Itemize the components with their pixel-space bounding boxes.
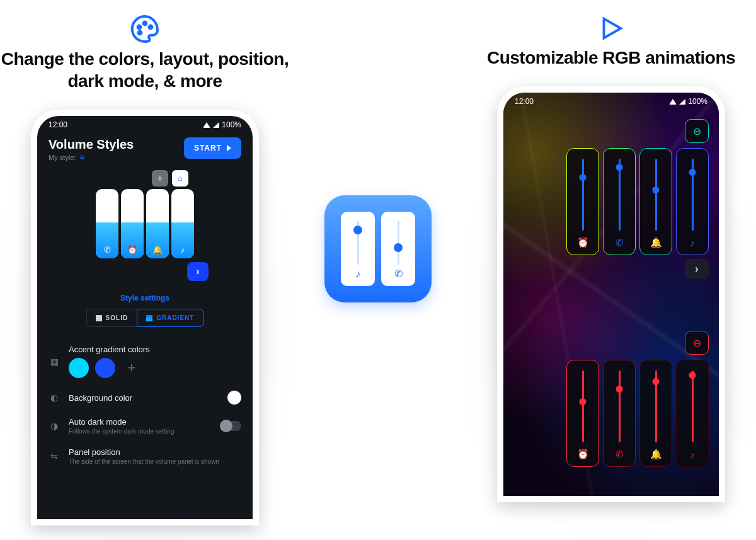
alarm-icon: ⏰ <box>577 237 589 248</box>
add-color-button[interactable]: + <box>122 358 142 378</box>
panel-pos-sub: The side of the screen that the volume p… <box>69 458 241 465</box>
music-icon: ♪ <box>690 238 695 248</box>
phone-mockup-right: 12:00 100% ⊖ ⏰ ✆ 🔔 ♪ <box>497 86 725 502</box>
palette-icon <box>130 14 160 44</box>
auto-dark-sub: Follows the system dark mode setting <box>69 428 211 435</box>
rgb-slider-group-1: ⊖ ⏰ ✆ 🔔 ♪ › <box>566 119 709 279</box>
rgb-slider-call[interactable]: ✆ <box>603 148 636 255</box>
start-button[interactable]: START <box>184 137 241 159</box>
rgb-slider-alarm[interactable]: ⏰ <box>566 148 599 255</box>
phone-mockup-left: 12:00 100% Volume Styles My style: ≋ <box>31 110 259 526</box>
icon-slider-left: ♪ <box>341 212 375 286</box>
palette-small-icon: ▦ <box>49 357 60 367</box>
status-time: 12:00 <box>515 97 534 106</box>
app-title: Volume Styles <box>49 137 134 152</box>
bell-icon: 🔔 <box>650 237 662 248</box>
fill-mode-segmented: SOLID GRADIENT <box>37 309 253 327</box>
svg-point-0 <box>138 26 141 29</box>
swatch-cyan[interactable] <box>69 358 89 378</box>
signal-icon <box>213 122 219 128</box>
rgb-slider-media[interactable]: ♪ <box>676 148 709 255</box>
minus-circle-icon: ⊖ <box>693 337 701 349</box>
play-outline-icon <box>597 14 626 43</box>
bg-label: Background color <box>69 393 219 403</box>
preview-slider-call[interactable]: ✆ <box>96 189 118 258</box>
setting-panel-position[interactable]: ⇆ Panel position The side of the screen … <box>49 441 241 471</box>
wave-icon: ≋ <box>79 153 85 161</box>
icon-slider-right: ✆ <box>381 212 415 286</box>
gradient-swatch-icon <box>146 315 152 321</box>
svg-point-2 <box>149 26 152 29</box>
auto-dark-toggle[interactable] <box>220 421 241 431</box>
status-bar: 12:00 100% <box>37 116 253 134</box>
play-icon <box>227 145 231 151</box>
music-note-icon: ♪ <box>355 268 360 280</box>
add-slider-chip[interactable]: + <box>152 170 168 187</box>
chevron-right-icon: › <box>695 263 698 275</box>
auto-dark-label: Auto dark mode <box>69 417 211 427</box>
start-label: START <box>194 144 222 152</box>
promo-panel-right: Customizable RGB animations 12:00 100% ⊖ <box>466 0 756 540</box>
panel-pos-label: Panel position <box>69 447 241 457</box>
contrast-icon: ◐ <box>49 393 60 403</box>
phone-icon: ✆ <box>616 237 624 248</box>
music-icon: ♪ <box>181 245 185 255</box>
phone-icon: ✆ <box>104 245 111 255</box>
preview-slider-alarm[interactable]: ⏰ <box>121 189 144 258</box>
wifi-icon <box>669 99 677 105</box>
promo-panel-left: Change the colors, layout, position, dar… <box>0 0 290 540</box>
expand-button[interactable]: › <box>187 262 209 281</box>
trash-icon: ⌂ <box>178 174 182 183</box>
remove-slider-chip[interactable]: ⌂ <box>172 170 188 187</box>
svg-marker-4 <box>604 19 621 38</box>
wifi-icon <box>203 122 210 128</box>
collapse-button-1[interactable]: ⊖ <box>685 119 709 143</box>
style-settings-title: Style settings <box>37 294 253 302</box>
rgb-slider-call[interactable]: ✆ <box>603 360 636 467</box>
alarm-icon: ⏰ <box>127 245 137 255</box>
my-style-row: My style: ≋ <box>49 153 134 161</box>
svg-point-3 <box>139 32 142 35</box>
status-time: 12:00 <box>49 120 67 129</box>
style-preview: + ⌂ ✆ ⏰ 🔔 ♪ › <box>37 170 253 281</box>
bell-icon: 🔔 <box>152 245 163 255</box>
setting-background-color[interactable]: ◐ Background color <box>49 384 241 411</box>
expand-button-1[interactable]: › <box>685 259 709 279</box>
status-battery: 100% <box>222 120 241 129</box>
position-icon: ⇆ <box>49 451 60 461</box>
rgb-slider-ring[interactable]: 🔔 <box>639 148 672 255</box>
phone-icon: ✆ <box>616 449 624 460</box>
preview-slider-ring[interactable]: 🔔 <box>146 189 169 258</box>
rgb-slider-media[interactable]: ♪ <box>676 360 709 467</box>
setting-auto-dark[interactable]: ◑ Auto dark mode Follows the system dark… <box>49 411 241 441</box>
bell-icon: 🔔 <box>650 449 662 460</box>
my-style-label: My style: <box>49 154 76 161</box>
status-battery: 100% <box>688 97 707 106</box>
app-icon: ♪ ✆ <box>324 195 432 302</box>
bg-color-swatch[interactable] <box>227 391 241 405</box>
seg-solid[interactable]: SOLID <box>86 309 137 327</box>
phone-icon: ✆ <box>394 268 403 280</box>
preview-slider-media[interactable]: ♪ <box>171 189 194 258</box>
swatch-blue[interactable] <box>95 358 115 378</box>
svg-point-1 <box>144 22 147 25</box>
music-icon: ♪ <box>690 449 695 460</box>
chevron-right-icon: › <box>196 266 199 277</box>
collapse-button-2[interactable]: ⊖ <box>685 331 709 355</box>
signal-icon <box>679 99 685 105</box>
rgb-slider-group-2: ⊖ ⏰ ✆ 🔔 ♪ <box>566 331 709 467</box>
solid-swatch-icon <box>96 315 102 321</box>
accent-label: Accent gradient colors <box>69 345 241 354</box>
brightness-icon: ◑ <box>49 421 60 431</box>
right-headline: Customizable RGB animations <box>487 47 735 69</box>
left-headline: Change the colors, layout, position, dar… <box>0 48 290 92</box>
seg-gradient[interactable]: GRADIENT <box>137 309 203 327</box>
rgb-slider-alarm[interactable]: ⏰ <box>566 360 599 467</box>
setting-accent-colors[interactable]: ▦ Accent gradient colors + <box>49 338 241 384</box>
alarm-icon: ⏰ <box>577 449 589 460</box>
status-bar: 12:00 100% <box>503 93 719 110</box>
minus-circle-icon: ⊖ <box>693 125 701 137</box>
rgb-slider-ring[interactable]: 🔔 <box>639 360 672 467</box>
